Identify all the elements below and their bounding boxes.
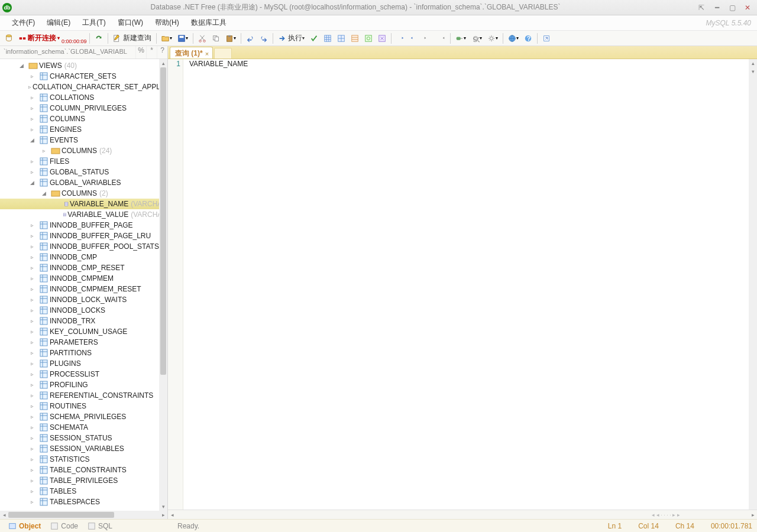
menu-file[interactable]: 文件(F)	[6, 17, 41, 29]
tree-view-column_privileges[interactable]: ▹COLUMN_PRIVILEGES	[0, 103, 167, 113]
sidebar-scrollbar-h[interactable]: ◂▸	[0, 511, 167, 519]
grid4-icon[interactable]	[362, 32, 375, 45]
tree-view-innodb_locks[interactable]: ▹INNODB_LOCKS	[0, 305, 167, 316]
export-icon[interactable]	[540, 32, 553, 45]
svg-rect-33	[40, 137, 47, 144]
tree-view-innodb_buffer_page[interactable]: ▹INNODB_BUFFER_PAGE	[0, 220, 167, 231]
menu-tools[interactable]: 工具(T)	[76, 17, 111, 29]
tree-view-columns[interactable]: ▹COLUMNS	[0, 113, 167, 124]
popout-icon[interactable]: ⇱	[694, 2, 709, 13]
menu-window[interactable]: 窗口(W)	[112, 17, 149, 29]
tree-view-files[interactable]: ▹FILES	[0, 156, 167, 167]
help-icon[interactable]: ?	[522, 32, 535, 45]
sql-gear-icon[interactable]: SQL▾	[469, 32, 484, 45]
menu-edit[interactable]: 编辑(E)	[41, 17, 76, 29]
tree-view-parameters[interactable]: ▹PARAMETERS	[0, 337, 167, 348]
tree-view-table_constraints[interactable]: ▹TABLE_CONSTRAINTS	[0, 465, 167, 475]
grid3-icon[interactable]	[348, 32, 361, 45]
tree-view-global-variables[interactable]: ◢GLOBAL_VARIABLES	[0, 177, 167, 188]
tree-view-innodb_cmpmem_reset[interactable]: ▹INNODB_CMPMEM_RESET	[0, 284, 167, 294]
tree-events-columns[interactable]: ▹COLUMNS(24)	[0, 145, 167, 156]
tree-view-tablespaces[interactable]: ▹TABLESPACES	[0, 497, 167, 507]
status-tab-sql[interactable]: SQL	[84, 521, 116, 531]
tree-view-innodb_cmp_reset[interactable]: ▹INNODB_CMP_RESET	[0, 262, 167, 273]
svg-rect-35	[40, 158, 47, 165]
connection-config-icon[interactable]: ▾	[453, 32, 468, 45]
open-icon[interactable]: ▾	[159, 32, 174, 45]
save-icon[interactable]: ▾	[175, 32, 190, 45]
status-tab-object[interactable]: Object	[5, 521, 44, 531]
tree-view-tables[interactable]: ▹TABLES	[0, 486, 167, 497]
sidebar-tab[interactable]: `information_schema`.`GLOBAL_VARIABL	[0, 46, 135, 59]
tree-view-innodb_lock_waits[interactable]: ▹INNODB_LOCK_WAITS	[0, 294, 167, 305]
editor-tab-query1[interactable]: 查询 (1)* ×	[170, 47, 213, 59]
menu-help[interactable]: 帮助(H)	[149, 17, 185, 29]
svg-rect-58	[40, 403, 47, 410]
tree-view-events[interactable]: ◢EVENTS	[0, 135, 167, 145]
tree-gvars-columns[interactable]: ◢COLUMNS(2)	[0, 188, 167, 199]
tree-view-partitions[interactable]: ▹PARTITIONS	[0, 348, 167, 358]
sidebar-scrollbar-v[interactable]: ▴ ▾	[159, 59, 167, 511]
tree-view-schema_privileges[interactable]: ▹SCHEMA_PRIVILEGES	[0, 411, 167, 422]
tree-column-variable-value[interactable]: VARIABLE_VALUE(VARCHAR	[0, 209, 167, 220]
refresh-icon[interactable]	[92, 32, 105, 45]
tree-view-innodb_trx[interactable]: ▹INNODB_TRX	[0, 316, 167, 326]
tree-view-innodb_buffer_pool_stats[interactable]: ▹INNODB_BUFFER_POOL_STATS	[0, 241, 167, 252]
grid1-icon[interactable]	[321, 32, 334, 45]
cut-icon[interactable]	[196, 32, 209, 45]
globe-icon[interactable]: ▾	[506, 32, 521, 45]
editor-scrollbar-v[interactable]: ▴▾	[749, 59, 757, 510]
tree-view-plugins[interactable]: ▹PLUGINS	[0, 358, 167, 369]
maximize-icon[interactable]: ▢	[725, 2, 739, 13]
close-icon[interactable]: ✕	[740, 2, 755, 13]
tree-view-table_privileges[interactable]: ▹TABLE_PRIVILEGES	[0, 475, 167, 486]
tree-view-engines[interactable]: ▹ENGINES	[0, 124, 167, 135]
minimize-icon[interactable]: ━	[710, 2, 724, 13]
disconnect-button[interactable]: 断开连接▾	[16, 32, 62, 45]
tree-view-character_sets[interactable]: ▹CHARACTER_SETS	[0, 71, 167, 82]
editor-code[interactable]: VARIABLE_NAME	[183, 59, 749, 510]
menu-dbtools[interactable]: 数据库工具	[185, 17, 232, 29]
tree-view-key_column_usage[interactable]: ▹KEY_COLUMN_USAGE	[0, 326, 167, 337]
tree-view-global-status[interactable]: ▹GLOBAL_STATUS	[0, 167, 167, 177]
redo-icon[interactable]	[257, 32, 270, 45]
tree-view-statistics[interactable]: ▹STATISTICS	[0, 454, 167, 465]
outdent-icon[interactable]	[421, 32, 434, 45]
db-icon[interactable]	[2, 32, 15, 45]
tree-views-folder[interactable]: ◢VIEWS(40)	[0, 60, 167, 71]
tree-view-referential_constraints[interactable]: ▹REFERENTIAL_CONSTRAINTS	[0, 390, 167, 401]
tree-view-profiling[interactable]: ▹PROFILING	[0, 379, 167, 390]
status-tab-code[interactable]: Code	[47, 521, 82, 531]
indent-right-icon[interactable]	[407, 32, 420, 45]
tree-view-processlist[interactable]: ▹PROCESSLIST	[0, 369, 167, 379]
sidebar-star-button[interactable]: *	[146, 46, 157, 59]
tree-view-schemata[interactable]: ▹SCHEMATA	[0, 422, 167, 433]
settings-icon[interactable]: ▾	[485, 32, 500, 45]
undo-icon[interactable]	[244, 32, 257, 45]
editor-scrollbar-h[interactable]: ◂ ◂ ◂ · · · · ▸ ▸ ▸	[168, 510, 757, 519]
copy-icon[interactable]	[209, 32, 222, 45]
object-tree[interactable]: ◢VIEWS(40)▹CHARACTER_SETS▹COLLATION_CHAR…	[0, 59, 167, 511]
new-query-button[interactable]: 新建查询	[111, 32, 154, 45]
paste-icon[interactable]: ▾	[223, 32, 238, 45]
tree-view-session_status[interactable]: ▹SESSION_STATUS	[0, 433, 167, 443]
tree-view-innodb_cmp[interactable]: ▹INNODB_CMP	[0, 252, 167, 262]
tree-view-collations[interactable]: ▹COLLATIONS	[0, 92, 167, 103]
tree-column-variable-name[interactable]: VARIABLE_NAME(VARCHAR	[0, 199, 167, 209]
sidebar-filter-button[interactable]: %	[135, 46, 146, 59]
tab-close-icon[interactable]: ×	[205, 50, 209, 57]
indent-left-icon[interactable]	[394, 32, 407, 45]
indent-icon[interactable]	[435, 32, 448, 45]
tree-view-collation_character_set_applicability[interactable]: ▹COLLATION_CHARACTER_SET_APPLICABILITY	[0, 82, 167, 92]
tree-view-innodb_cmpmem[interactable]: ▹INNODB_CMPMEM	[0, 273, 167, 284]
sidebar-help-button[interactable]: ?	[157, 46, 167, 59]
tree-view-routines[interactable]: ▹ROUTINES	[0, 401, 167, 411]
grid2-icon[interactable]	[335, 32, 348, 45]
tree-view-session_variables[interactable]: ▹SESSION_VARIABLES	[0, 443, 167, 454]
grid5-icon[interactable]	[376, 32, 389, 45]
editor-tab-new[interactable]	[214, 48, 232, 59]
check-icon[interactable]	[308, 32, 321, 45]
tree-view-innodb_buffer_page_lru[interactable]: ▹INNODB_BUFFER_PAGE_LRU	[0, 231, 167, 241]
svg-rect-39	[64, 202, 67, 206]
execute-button[interactable]: 执行▾	[276, 32, 307, 45]
